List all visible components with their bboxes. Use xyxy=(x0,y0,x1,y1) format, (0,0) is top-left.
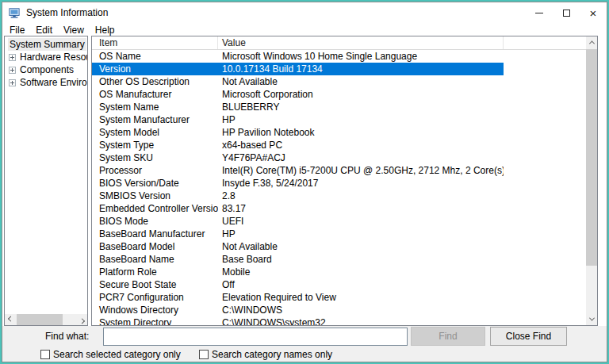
item-cell: System Type xyxy=(92,140,218,151)
table-row[interactable]: System SKUY4F76PA#ACJ xyxy=(92,151,504,164)
value-cell: Off xyxy=(218,279,504,290)
item-cell: System SKU xyxy=(92,152,218,163)
tree-horizontal-scrollbar[interactable] xyxy=(5,314,87,325)
search-selected-category-checkbox[interactable] xyxy=(40,350,50,359)
table-row[interactable]: System Typex64-based PC xyxy=(92,139,504,151)
item-cell: Platform Role xyxy=(92,266,218,278)
item-cell: BaseBoard Model xyxy=(92,241,218,252)
item-cell: OS Name xyxy=(92,51,218,62)
table-row[interactable]: System NameBLUEBERRY xyxy=(92,101,504,113)
tree-item-system-summary[interactable]: System Summary xyxy=(5,38,87,51)
item-cell: BaseBoard Name xyxy=(92,254,218,265)
table-row[interactable]: BaseBoard NameBase Board xyxy=(92,253,504,266)
find-input[interactable] xyxy=(103,328,408,346)
tree-item-software-environment[interactable]: Software Environment xyxy=(5,76,87,89)
horizontal-scroll-thumb[interactable] xyxy=(17,314,63,325)
find-button[interactable]: Find xyxy=(411,327,485,346)
item-cell: Version xyxy=(92,63,218,75)
window-controls: × xyxy=(526,2,607,23)
item-cell: Secure Boot State xyxy=(92,279,218,290)
value-cell: Not Available xyxy=(218,241,504,252)
system-summary-table-panel: Item Value OS NameMicrosoft Windows 10 H… xyxy=(91,36,598,326)
expand-plus-icon[interactable] xyxy=(9,67,16,74)
column-header-item[interactable]: Item xyxy=(92,36,218,49)
table-row[interactable]: Embedded Controller Version83.17 xyxy=(92,202,504,215)
expand-plus-icon[interactable] xyxy=(9,54,16,61)
maximize-icon xyxy=(563,10,570,17)
table-row[interactable]: OS ManufacturerMicrosoft Corporation xyxy=(92,88,504,101)
column-header-value[interactable]: Value xyxy=(218,36,504,49)
table-body: OS NameMicrosoft Windows 10 Home Single … xyxy=(92,50,597,326)
table-row[interactable]: Platform RoleMobile xyxy=(92,266,504,278)
table-row[interactable]: Other OS DescriptionNot Available xyxy=(92,75,504,88)
table-row[interactable]: System ManufacturerHP xyxy=(92,113,504,126)
item-cell: Other OS Description xyxy=(92,76,218,87)
table-row[interactable]: Secure Boot StateOff xyxy=(92,278,504,291)
search-category-names-checkbox[interactable] xyxy=(199,350,209,359)
value-cell: Microsoft Corporation xyxy=(218,89,504,100)
item-cell: Embedded Controller Version xyxy=(92,203,218,214)
table-row[interactable]: OS NameMicrosoft Windows 10 Home Single … xyxy=(92,50,504,63)
table-row[interactable]: BIOS Version/DateInsyde F.38, 5/24/2017 xyxy=(92,177,504,190)
table-row[interactable]: SMBIOS Version2.8 xyxy=(92,190,504,202)
close-icon: × xyxy=(590,7,597,19)
value-cell: HP xyxy=(218,114,504,125)
scroll-up-arrow-icon[interactable] xyxy=(586,36,597,48)
table-row[interactable]: BaseBoard ModelNot Available xyxy=(92,240,504,253)
tree-item-label: Software Environment xyxy=(18,76,88,89)
value-cell: Base Board xyxy=(218,254,504,265)
search-selected-category-label: Search selected category only xyxy=(53,349,181,360)
scroll-left-arrow-icon[interactable] xyxy=(5,314,16,325)
minimize-button[interactable] xyxy=(526,2,553,23)
category-tree-panel: System SummaryHardware ResourcesComponen… xyxy=(4,36,88,326)
title-bar: System Information × xyxy=(2,2,607,23)
item-cell: System Manufacturer xyxy=(92,114,218,125)
maximize-button[interactable] xyxy=(553,2,580,23)
scroll-down-arrow-icon[interactable] xyxy=(586,313,597,325)
search-selected-category-checkbox-group: Search selected category only xyxy=(40,349,181,360)
item-cell: BaseBoard Manufacturer xyxy=(92,228,218,239)
item-cell: OS Manufacturer xyxy=(92,89,218,100)
item-cell: System Directory xyxy=(92,317,218,326)
value-cell: x64-based PC xyxy=(218,140,504,151)
tree-item-label: Hardware Resources xyxy=(18,51,88,63)
scroll-right-arrow-icon[interactable] xyxy=(76,314,87,325)
table-row[interactable]: ProcessorIntel(R) Core(TM) i5-7200U CPU … xyxy=(92,164,504,177)
value-cell: HP xyxy=(218,228,504,239)
value-cell: UEFI xyxy=(218,216,504,227)
table-row[interactable]: PCR7 ConfigurationElevation Required to … xyxy=(92,291,504,304)
tree-item-components[interactable]: Components xyxy=(5,63,87,76)
tree-item-hardware-resources[interactable]: Hardware Resources xyxy=(5,51,87,63)
search-category-names-label: Search category names only xyxy=(212,349,332,360)
search-category-names-checkbox-group: Search category names only xyxy=(199,349,332,360)
table-header: Item Value xyxy=(92,36,597,50)
item-cell: Processor xyxy=(92,165,218,176)
table-row[interactable]: BIOS ModeUEFI xyxy=(92,215,504,228)
table-row[interactable]: System DirectoryC:\WINDOWS\system32 xyxy=(92,316,504,326)
vertical-scroll-thumb[interactable] xyxy=(586,49,597,266)
tree-item-label: System Summary xyxy=(8,38,86,51)
item-cell: System Model xyxy=(92,127,218,138)
item-cell: System Name xyxy=(92,102,218,113)
table-row[interactable]: BaseBoard ManufacturerHP xyxy=(92,228,504,240)
item-cell: BIOS Version/Date xyxy=(92,178,218,189)
value-cell: Intel(R) Core(TM) i5-7200U CPU @ 2.50GHz… xyxy=(218,165,504,176)
close-find-button[interactable]: Close Find xyxy=(490,327,567,346)
expand-plus-icon[interactable] xyxy=(9,79,16,86)
table-vertical-scrollbar[interactable] xyxy=(586,36,597,325)
value-cell: 2.8 xyxy=(218,190,504,201)
table-row[interactable]: Version10.0.17134 Build 17134 xyxy=(92,63,504,75)
tree-item-label: Components xyxy=(18,63,75,76)
table-row[interactable]: System ModelHP Pavilion Notebook xyxy=(92,126,504,139)
value-cell: Microsoft Windows 10 Home Single Languag… xyxy=(218,51,504,62)
table-row[interactable]: Windows DirectoryC:\WINDOWS xyxy=(92,304,504,316)
item-cell: SMBIOS Version xyxy=(92,190,218,201)
value-cell: C:\WINDOWS xyxy=(218,305,504,316)
close-button[interactable]: × xyxy=(580,2,607,23)
value-cell: Insyde F.38, 5/24/2017 xyxy=(218,178,504,189)
item-cell: Windows Directory xyxy=(92,305,218,316)
tree-list: System SummaryHardware ResourcesComponen… xyxy=(5,36,87,89)
system-information-window: System Information × FileEditViewHelp Sy… xyxy=(2,2,607,362)
minimize-icon xyxy=(535,13,543,13)
find-what-label: Find what: xyxy=(45,331,89,342)
